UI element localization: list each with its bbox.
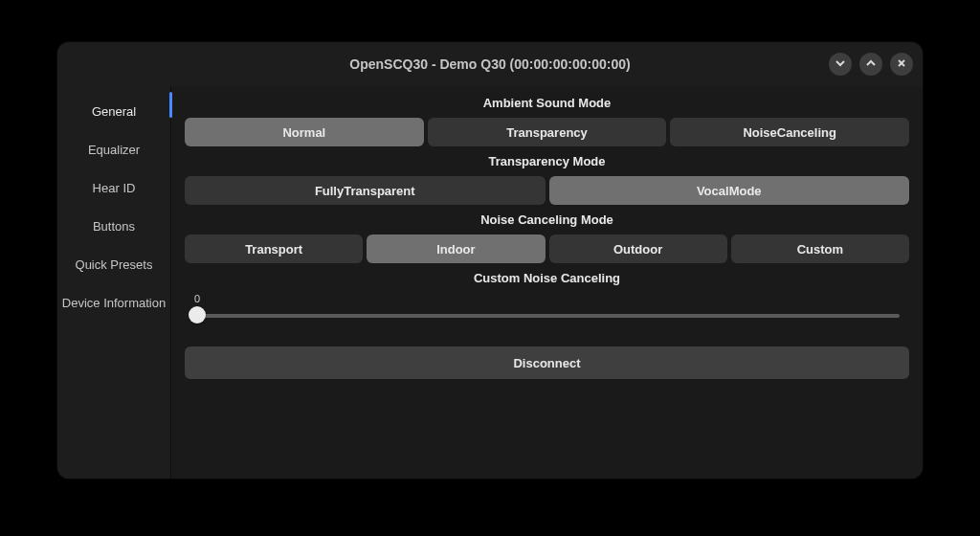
nc-mode-segmented: Transport Indoor Outdoor Custom <box>185 234 909 263</box>
app-window: OpenSCQ30 - Demo Q30 (00:00:00:00:00:00)… <box>57 42 923 479</box>
slider-track <box>194 314 900 318</box>
close-button[interactable] <box>890 53 913 76</box>
custom-nc-slider[interactable]: 0 <box>185 297 909 329</box>
window-title: OpenSCQ30 - Demo Q30 (00:00:00:00:00:00) <box>349 56 630 72</box>
ambient-normal-button[interactable]: Normal <box>185 118 424 146</box>
main-panel: Ambient Sound Mode Normal Transparency N… <box>171 86 923 479</box>
close-icon <box>896 56 907 72</box>
sidebar-item-device-information[interactable]: Device Information <box>57 283 170 322</box>
nc-transport-button[interactable]: Transport <box>185 234 363 263</box>
nc-indoor-button[interactable]: Indoor <box>367 234 545 263</box>
content-area: General Equalizer Hear ID Buttons Quick … <box>57 86 923 479</box>
slider-thumb[interactable] <box>189 306 206 324</box>
sidebar-item-hear-id[interactable]: Hear ID <box>57 168 170 207</box>
ambient-sound-label: Ambient Sound Mode <box>185 96 909 110</box>
transparency-vocal-button[interactable]: VocalMode <box>549 176 910 205</box>
ambient-noisecanceling-button[interactable]: NoiseCanceling <box>670 118 909 146</box>
transparency-mode-segmented: FullyTransparent VocalMode <box>185 176 909 205</box>
sidebar-item-quick-presets[interactable]: Quick Presets <box>57 245 170 283</box>
transparency-fully-button[interactable]: FullyTransparent <box>185 176 546 205</box>
sidebar-item-buttons[interactable]: Buttons <box>57 207 170 245</box>
disconnect-button[interactable]: Disconnect <box>185 346 909 379</box>
title-bar: OpenSCQ30 - Demo Q30 (00:00:00:00:00:00) <box>57 42 923 86</box>
sidebar-item-equalizer[interactable]: Equalizer <box>57 130 170 168</box>
sidebar-item-general[interactable]: General <box>57 92 170 130</box>
ambient-transparency-button[interactable]: Transparency <box>428 118 667 146</box>
nc-custom-button[interactable]: Custom <box>731 234 909 263</box>
sidebar: General Equalizer Hear ID Buttons Quick … <box>57 86 171 479</box>
ambient-sound-segmented: Normal Transparency NoiseCanceling <box>185 118 909 146</box>
nc-outdoor-button[interactable]: Outdoor <box>549 234 727 263</box>
nc-mode-label: Noise Canceling Mode <box>185 212 909 227</box>
maximize-button[interactable] <box>859 53 882 76</box>
transparency-mode-label: Transparency Mode <box>185 154 909 168</box>
custom-nc-label: Custom Noise Canceling <box>185 271 909 285</box>
sidebar-selection-indicator <box>169 92 172 118</box>
window-controls <box>829 53 913 76</box>
chevron-down-icon <box>835 56 846 72</box>
minimize-button[interactable] <box>829 53 852 76</box>
custom-nc-value: 0 <box>194 293 200 304</box>
chevron-up-icon <box>865 56 877 72</box>
